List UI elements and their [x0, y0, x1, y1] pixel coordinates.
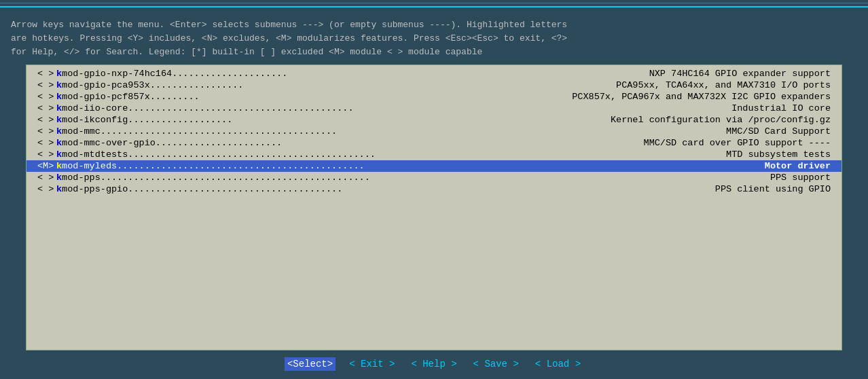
bottom-buttons: <Select>< Exit >< Help >< Save >< Load >: [5, 350, 863, 376]
item-bracket: < >: [37, 184, 56, 194]
item-desc: PPS client using GPIO: [715, 184, 831, 194]
item-key: k: [56, 92, 62, 102]
item-name: mod-ikconfig...................: [62, 115, 611, 125]
item-bracket: < >: [37, 80, 56, 90]
item-name: mod-mmc.................................…: [62, 126, 726, 137]
menu-item-3[interactable]: < > kmod-iio-core.......................…: [26, 103, 842, 114]
item-key: k: [56, 138, 62, 148]
bottom-btn-4[interactable]: < Load >: [532, 357, 583, 371]
item-desc: Kernel configuration via /proc/config.gz: [611, 115, 831, 125]
item-desc: PPS support: [770, 173, 831, 183]
item-key: k: [56, 161, 62, 171]
item-desc: MTD subsystem tests: [726, 149, 831, 160]
item-key: k: [56, 184, 62, 194]
help-text: Arrow keys navigate the menu. <Enter> se…: [5, 17, 863, 65]
item-key: k: [56, 149, 62, 160]
item-bracket: < >: [37, 126, 56, 137]
bottom-btn-3[interactable]: < Save >: [471, 357, 522, 371]
menu-items: < > kmod-gpio-nxp-74hc164...............…: [26, 68, 842, 347]
menu-item-4[interactable]: < > kmod-ikconfig................... Ker…: [26, 114, 842, 126]
item-bracket: <M>: [37, 161, 56, 171]
item-name: mod-pps.................................…: [62, 173, 770, 183]
item-desc: PCX857x, PCA967x and MAX732X I2C GPIO ex…: [572, 92, 831, 102]
item-name: mod-mtdtests............................…: [62, 149, 726, 160]
menu-item-6[interactable]: < > kmod-mmc-over-gpio..................…: [26, 137, 842, 149]
item-bracket: < >: [37, 92, 56, 102]
main-area: Arrow keys navigate the menu. <Enter> se…: [0, 7, 868, 379]
menu-item-5[interactable]: < > kmod-mmc............................…: [26, 126, 842, 137]
terminal: Arrow keys navigate the menu. <Enter> se…: [0, 0, 868, 379]
bottom-btn-0[interactable]: <Select>: [285, 357, 336, 371]
item-name: mod-gpio-nxp-74hc164....................…: [62, 69, 649, 79]
item-bracket: < >: [37, 149, 56, 160]
item-desc: MMC/SD Card Support: [726, 126, 831, 137]
item-key: k: [56, 126, 62, 137]
bottom-btn-1[interactable]: < Exit >: [346, 357, 397, 371]
item-bracket: < >: [37, 173, 56, 183]
menu-item-10[interactable]: < > kmod-pps-gpio.......................…: [26, 183, 842, 195]
menu-item-8[interactable]: <M> kmod-myleds.........................…: [26, 160, 842, 172]
item-key: k: [56, 69, 62, 79]
item-desc: Motor driver: [765, 161, 831, 171]
item-name: mod-gpio-pcf857x.........: [62, 92, 572, 102]
item-bracket: < >: [37, 115, 56, 125]
item-name: mod-iio-core............................…: [62, 103, 731, 113]
menu-item-2[interactable]: < > kmod-gpio-pcf857x......... PCX857x, …: [26, 91, 842, 103]
menu-item-7[interactable]: < > kmod-mtdtests.......................…: [26, 149, 842, 160]
item-desc: NXP 74HC164 GPIO expander support: [649, 69, 831, 79]
item-name: mod-mmc-over-gpio.......................: [62, 138, 643, 148]
item-desc: PCA95xx, TCA64xx, and MAX7310 I/O ports: [616, 80, 831, 90]
item-key: k: [56, 173, 62, 183]
item-bracket: < >: [37, 69, 56, 79]
menu-box: < > kmod-gpio-nxp-74hc164...............…: [26, 65, 842, 350]
item-name: mod-pps-gpio............................…: [62, 184, 715, 194]
item-key: k: [56, 115, 62, 125]
scroll-down-indicator: [26, 347, 842, 350]
menu-item-0[interactable]: < > kmod-gpio-nxp-74hc164...............…: [26, 68, 842, 79]
bottom-btn-2[interactable]: < Help >: [408, 357, 459, 371]
item-desc: Industrial IO core: [731, 103, 831, 113]
item-desc: MMC/SD card over GPIO support ----: [644, 138, 831, 148]
dialog-title: [5, 10, 863, 17]
item-bracket: < >: [37, 138, 56, 148]
menu-item-9[interactable]: < > kmod-pps............................…: [26, 172, 842, 183]
item-name: mod-myleds..............................…: [62, 161, 765, 171]
item-key: k: [56, 103, 62, 113]
item-bracket: < >: [37, 103, 56, 113]
item-name: mod-gpio-pca953x.................: [62, 80, 616, 90]
item-key: k: [56, 80, 62, 90]
menu-item-1[interactable]: < > kmod-gpio-pca953x................. P…: [26, 79, 842, 91]
